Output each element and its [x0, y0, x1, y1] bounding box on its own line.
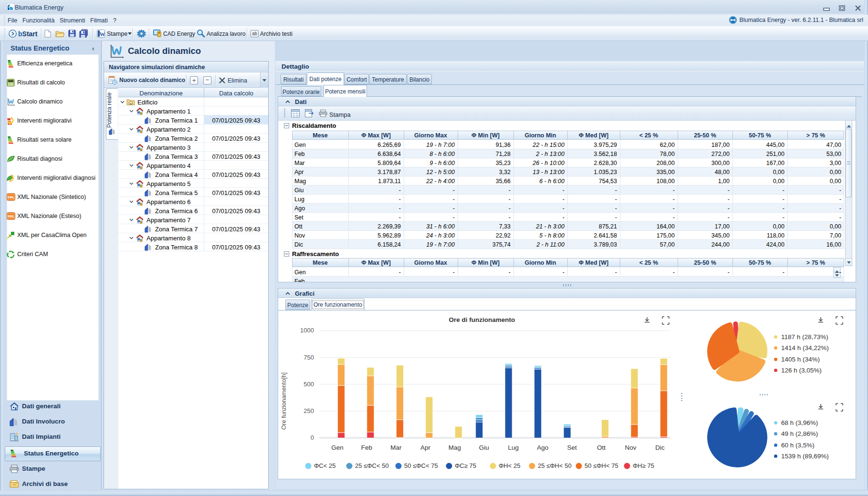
svg-text:XML: XML — [8, 215, 15, 218]
svg-text:25 ≤ΦH< 50: 25 ≤ΦH< 50 — [538, 462, 572, 469]
svg-text:Dic: Dic — [655, 444, 665, 451]
svg-text:25 ≤ΦC< 50: 25 ≤ΦC< 50 — [355, 462, 389, 469]
svg-text:750: 750 — [303, 354, 314, 361]
svg-text:Ott: Ott — [597, 444, 606, 451]
svg-text:ΦC≥ 75: ΦC≥ 75 — [455, 462, 476, 469]
svg-text:Mar: Mar — [390, 444, 402, 451]
svg-text:Set: Set — [567, 444, 577, 451]
svg-text:Gen: Gen — [331, 444, 344, 451]
svg-text:Giu: Giu — [479, 444, 489, 451]
svg-text:Nov: Nov — [625, 444, 636, 451]
svg-text:500: 500 — [303, 381, 314, 388]
svg-text:Ago: Ago — [537, 444, 548, 451]
svg-text:W: W — [100, 31, 105, 38]
svg-text:ΦH< 25: ΦH< 25 — [499, 462, 520, 469]
svg-text:50 ≤ΦC< 75: 50 ≤ΦC< 75 — [404, 462, 438, 469]
svg-text:50 ≤ΦH< 75: 50 ≤ΦH< 75 — [585, 462, 618, 469]
svg-text:Feb: Feb — [361, 444, 372, 451]
svg-text:ΦH≥ 75: ΦH≥ 75 — [633, 462, 654, 469]
svg-text:Ore di funzionamento: Ore di funzionamento — [449, 316, 515, 323]
svg-text:250: 250 — [303, 407, 314, 414]
svg-text:Lug: Lug — [508, 444, 519, 451]
svg-text:Mag: Mag — [449, 444, 461, 451]
svg-text:XML: XML — [8, 196, 15, 199]
svg-text:Apr: Apr — [420, 444, 431, 451]
svg-text:0: 0 — [311, 434, 314, 441]
svg-text:Ore funzionamento[h]: Ore funzionamento[h] — [281, 372, 287, 430]
svg-text:1000: 1000 — [300, 327, 314, 334]
svg-text:ΦC< 25: ΦC< 25 — [314, 462, 335, 469]
